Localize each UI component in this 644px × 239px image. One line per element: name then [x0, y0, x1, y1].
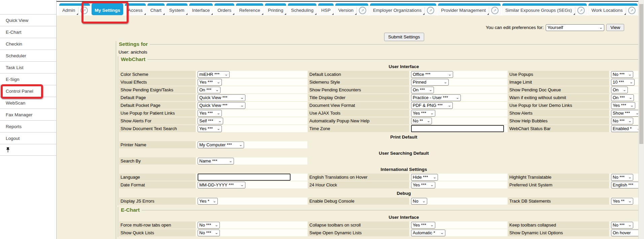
sidemenu-style-select[interactable]: Pinned⌄: [411, 79, 449, 86]
use-popup-for-patient-links-select[interactable]: Yes ***⌄: [198, 110, 222, 117]
tab-scheduling[interactable]: Scheduling: [288, 3, 316, 15]
view-button[interactable]: View: [606, 24, 624, 31]
select-value: Yes ***: [413, 111, 426, 116]
show-alerts-for-select[interactable]: Self ***⌄: [198, 118, 223, 124]
chevron-down-icon: ⌄: [240, 183, 244, 187]
show-document-text-search-select[interactable]: Yes ***⌄: [198, 125, 222, 132]
document-view-format-select[interactable]: PDF & PNG ***⌄: [411, 102, 453, 109]
sidebar-item-e-chart[interactable]: E-Chart: [0, 26, 56, 38]
popup-arrow-icon[interactable]: ↗: [80, 7, 88, 14]
collapse-toolbars-on-scroll-select[interactable]: Yes ***⌄: [411, 222, 435, 229]
automatically-popup-new-help-select[interactable]: No **⌄: [411, 118, 432, 124]
group-header-user-searching-default: User Searching Default: [118, 149, 644, 157]
tab-corner-triangle-icon: [163, 13, 165, 15]
force-multi-row-tabs-open-select[interactable]: No ***⌄: [198, 222, 220, 229]
highlight-translatable-select[interactable]: No ***⌄: [611, 174, 633, 181]
show-help-bubbles-select[interactable]: No ***⌄: [611, 118, 633, 124]
tab-work-locations[interactable]: Work Locations↗: [588, 3, 638, 15]
show-dynamic-list-options-select[interactable]: On hover⌄: [611, 230, 643, 236]
select-value: Pinned: [413, 80, 426, 85]
24-hour-clock-value-cell: Yes ***⌄: [410, 181, 507, 188]
edit-preferences-for-select[interactable]: Yourself ⌄: [546, 24, 604, 31]
time-zone-input[interactable]: [411, 125, 504, 132]
language-input[interactable]: [198, 174, 291, 181]
sidebar-item-quick-view[interactable]: Quick View: [0, 14, 56, 26]
tab-version[interactable]: Version↗: [335, 3, 368, 15]
image-limit-select[interactable]: 10 ***⌄: [611, 79, 635, 86]
sidebar-item-scheduler[interactable]: Scheduler: [0, 50, 56, 61]
color-scheme-select[interactable]: miEHR ***⌄: [198, 71, 230, 78]
user-name-line: User: anichols: [118, 50, 644, 55]
default-location-select[interactable]: Office ***⌄: [411, 71, 453, 78]
track-db-statements-select[interactable]: Yes **⌄: [611, 198, 633, 205]
select-value: miEHR ***: [199, 72, 219, 77]
show-quick-lists-select[interactable]: No ***⌄: [198, 230, 220, 236]
use-popup-for-user-demo-links-select[interactable]: Yes ***⌄: [611, 102, 635, 109]
show-pending-doc-queue-select[interactable]: On⌄: [611, 87, 628, 93]
track-db-statements-label: Track DB Statements: [508, 198, 609, 205]
sidebar-pin-toggle[interactable]: [0, 144, 56, 156]
keep-toolbars-collapsed-select[interactable]: No ***⌄: [611, 222, 633, 229]
sidebar-item-control-panel[interactable]: Control Panel: [0, 85, 56, 97]
scrollbar[interactable]: [638, 0, 644, 239]
popup-arrow-icon[interactable]: ↗: [628, 7, 636, 14]
show-pending-esign-tasks-select[interactable]: On ***⌄: [198, 87, 221, 93]
tab-label: Scheduling: [288, 6, 316, 15]
enable-debug-console-select[interactable]: No⌄: [411, 198, 427, 205]
sidebar-item-e-sign[interactable]: E-Sign: [0, 73, 56, 85]
tab-corner-triangle-icon: [211, 13, 213, 15]
tab-printing[interactable]: Printing: [265, 3, 286, 15]
popup-arrow-icon[interactable]: ↗: [359, 7, 366, 14]
tab-my-settings[interactable]: My Settings: [92, 3, 123, 15]
webchart-status-bar-select[interactable]: Enabled *⌄: [611, 125, 642, 132]
submit-settings-button[interactable]: Submit Settings: [384, 33, 424, 41]
select-value: Show ***: [613, 111, 630, 116]
tab-chart[interactable]: Chart: [147, 3, 165, 15]
display-js-errors-select[interactable]: Yes *⌄: [198, 198, 218, 205]
use-popups-select[interactable]: No ***⌄: [611, 71, 633, 78]
sidebar-item-reports[interactable]: Reports: [0, 120, 56, 132]
printer-name-select[interactable]: My Computer ***⌄: [198, 142, 244, 148]
visual-effects-select[interactable]: Yes ***⌄: [198, 79, 222, 86]
english-translations-on-hover-select[interactable]: Hide ***⌄: [411, 174, 438, 181]
sidebar-item-task-list[interactable]: Task List: [0, 61, 56, 73]
tab-reference[interactable]: Reference: [236, 3, 263, 15]
default-page-select[interactable]: Quick View ***⌄: [198, 94, 245, 101]
time-zone-label: Time Zone: [308, 125, 409, 132]
tab-orders[interactable]: Orders: [214, 3, 234, 15]
use-ajax-tools-select[interactable]: Yes ***⌄: [411, 110, 435, 117]
tab-interface[interactable]: Interface: [189, 3, 213, 15]
tab-employer-organizations[interactable]: Employer Organizations↗: [370, 3, 436, 15]
select-value: Yes *: [199, 199, 209, 204]
group-header-user-interface: User Interface: [118, 62, 644, 70]
collapse-toolbars-on-scroll-value-cell: Yes ***⌄: [410, 221, 507, 229]
sidebar-item-checkin[interactable]: Checkin: [0, 38, 56, 50]
tab-system[interactable]: System: [166, 3, 188, 15]
title-display-order-select[interactable]: Practice - User ***⌄: [411, 94, 461, 101]
default-pocket-page-select[interactable]: Quick View ***⌄: [198, 102, 245, 109]
24-hour-clock-select[interactable]: Yes ***⌄: [411, 182, 435, 188]
default-location-label: Default Location: [308, 71, 409, 78]
default-pocket-page-label: Default Pocket Page: [119, 102, 196, 109]
popup-arrow-icon[interactable]: ↗: [427, 7, 434, 14]
popup-arrow-icon[interactable]: ↗: [577, 7, 585, 14]
tab-access[interactable]: Access: [125, 3, 146, 15]
tab-similar-exposure-groups-segs[interactable]: Similar Exposure Groups (SEGs)↗: [502, 3, 587, 15]
e-chart-legend-text: E-Chart: [118, 207, 142, 213]
warn-if-exiting-without-submit-select[interactable]: On ***⌄: [611, 94, 634, 101]
sidebar-item-fax-manager[interactable]: Fax Manager: [0, 109, 56, 120]
tab-hsp[interactable]: HSP: [318, 3, 334, 15]
scrollbar-thumb[interactable]: [639, 4, 643, 144]
sidebar-item-webscan[interactable]: WebScan: [0, 97, 56, 109]
tab-provider-management[interactable]: Provider Management↗: [438, 3, 501, 15]
printer-name-value-cell: My Computer ***⌄: [196, 141, 307, 148]
search-by-select[interactable]: Name ***⌄: [198, 158, 234, 165]
show-pending-encounters-select[interactable]: On ***⌄: [411, 87, 434, 93]
popup-arrow-icon[interactable]: ↗: [491, 7, 499, 14]
tab-admin[interactable]: Admin↗: [59, 3, 90, 15]
show-alerts-select[interactable]: Show ***⌄: [611, 110, 641, 117]
swipe-open-dynamic-lists-select[interactable]: Automatic *⌄: [411, 230, 445, 236]
date-format-select[interactable]: MM-DD-YYYY ***⌄: [198, 182, 245, 188]
sidebar-item-logout[interactable]: Logout: [0, 132, 56, 144]
tab-label: Reference: [236, 6, 263, 15]
